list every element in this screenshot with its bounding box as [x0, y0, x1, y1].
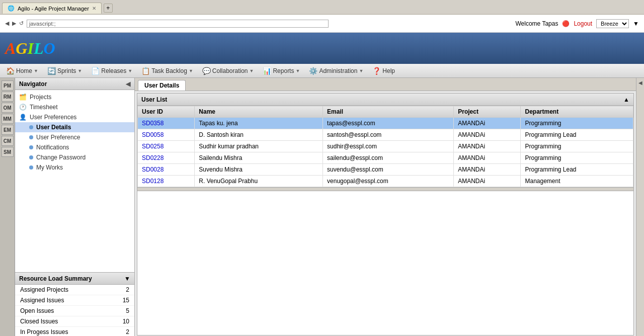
navigator-collapse-button[interactable]: ◀ [126, 80, 130, 88]
bullet-icon [29, 165, 33, 170]
cell-name: Sailendu Mishra [195, 152, 323, 164]
table-row[interactable]: SD0128 R. VenuGopal Prabhu venugopal@ess… [138, 176, 633, 187]
resource-summary: Resource Load Summary ▼ Assigned Project… [15, 272, 134, 336]
in-progress-issues-label: In Progess Issues [20, 328, 68, 335]
logo-l: L [34, 39, 44, 57]
nav-releases-label: Releases [101, 67, 126, 74]
navigator-title: Navigator [19, 80, 47, 88]
administration-icon: ⚙️ [309, 67, 317, 75]
resource-row-closed-issues: Closed Issues 10 [15, 316, 134, 327]
cell-project: AMANDAi [454, 129, 521, 141]
user-list-collapse[interactable]: ▲ [623, 96, 629, 103]
forward-button[interactable]: ▶ [12, 20, 16, 27]
side-label-om[interactable]: OM [2, 103, 14, 113]
cell-name: R. VenuGopal Prabhu [195, 176, 323, 187]
user-prefs-icon: 👤 [19, 114, 27, 121]
side-label-rm[interactable]: RM [2, 92, 14, 102]
nav-administration-label: Administration [319, 67, 357, 74]
top-bar-left: ◀ ▶ ↺ javascript:; [5, 20, 329, 28]
cell-user-id[interactable]: SD0358 [138, 118, 195, 129]
col-project: Project [454, 106, 521, 118]
sidebar-item-timesheet[interactable]: 🕐 Timesheet [15, 102, 134, 112]
projects-icon: 🗂️ [19, 94, 27, 101]
side-label-em[interactable]: EM [2, 125, 14, 135]
nav-help[interactable]: ❓ Help [368, 66, 399, 76]
nav-sprints[interactable]: 🔄 Sprints ▼ [43, 66, 86, 76]
cell-email: venugopal@esspl.com [323, 176, 454, 187]
back-button[interactable]: ◀ [5, 20, 9, 27]
cell-user-id[interactable]: SD0258 [138, 141, 195, 152]
table-row[interactable]: SD0358 Tapas ku. jena tapas@esspl.com AM… [138, 118, 633, 129]
closed-issues-value: 10 [123, 318, 129, 325]
nav-reports[interactable]: 📊 Reports ▼ [259, 66, 304, 76]
task-backlog-icon: 📋 [141, 67, 150, 75]
sidebar-subitem-notifications[interactable]: Notifications [15, 142, 134, 152]
resource-summary-title: Resource Load Summary [19, 275, 92, 282]
address-bar[interactable]: javascript:; [27, 20, 329, 28]
logout-button[interactable]: Logout [574, 20, 592, 27]
in-progress-issues-value: 2 [126, 328, 129, 335]
nav-releases[interactable]: 📄 Releases ▼ [87, 66, 136, 76]
releases-arrow: ▼ [128, 68, 132, 73]
tab-bar: 🌐 Agilo - Agile Project Manager ✕ + [0, 0, 644, 14]
table-row[interactable]: SD0228 Sailendu Mishra sailendu@esspl.co… [138, 152, 633, 164]
sidebar-subitem-user-preference[interactable]: User Preference [15, 132, 134, 142]
reports-arrow: ▼ [295, 68, 300, 73]
nav-administration[interactable]: ⚙️ Administration ▼ [305, 66, 367, 76]
open-issues-label: Open Issues [20, 307, 54, 314]
reload-button[interactable]: ↺ [19, 20, 24, 27]
user-prefs-label: User Preferences [30, 114, 76, 121]
tab-close-button[interactable]: ✕ [92, 6, 96, 11]
resource-row-in-progress-issues: In Progess Issues 2 [15, 327, 134, 336]
cell-email: suvendu@esspl.com [323, 164, 454, 176]
sidebar-subitem-my-works[interactable]: My Works [15, 162, 134, 173]
cell-user-id[interactable]: SD0058 [138, 129, 195, 141]
resource-summary-collapse[interactable]: ▼ [124, 275, 130, 282]
content-body: User List ▲ User ID Name Email Project D… [137, 93, 634, 335]
cell-email: sudhir@esspl.com [323, 141, 454, 152]
timesheet-label: Timesheet [30, 104, 58, 111]
sidebar-subitem-user-details[interactable]: User Details [15, 122, 134, 132]
navigator-header: Navigator ◀ [15, 78, 134, 90]
tab-user-details[interactable]: User Details [138, 80, 186, 91]
new-tab-button[interactable]: + [104, 4, 113, 13]
top-bar: ◀ ▶ ↺ javascript:; Welcome Tapas 🔴 Logou… [0, 15, 644, 33]
welcome-text: Welcome Tapas [515, 20, 558, 27]
nav-task-backlog[interactable]: 📋 Task Backlog ▼ [137, 66, 197, 76]
cell-email: sailendu@esspl.com [323, 152, 454, 164]
sidebar-subitem-change-password[interactable]: Change Password [15, 152, 134, 162]
col-user-id: User ID [138, 106, 195, 118]
open-issues-value: 5 [126, 307, 129, 314]
side-label-pm[interactable]: PM [2, 80, 14, 91]
table-row[interactable]: SD0258 Sudhir kumar pradhan sudhir@esspl… [138, 141, 633, 152]
browser-chrome: 🌐 Agilo - Agile Project Manager ✕ + [0, 0, 644, 15]
cell-user-id[interactable]: SD0228 [138, 152, 195, 164]
side-label-sm[interactable]: SM [2, 147, 14, 157]
cell-user-id[interactable]: SD0128 [138, 176, 195, 187]
nav-collaboration[interactable]: 💬 Collaboration ▼ [198, 66, 258, 76]
sidebar-item-projects[interactable]: 🗂️ Projects [15, 92, 134, 102]
browser-tab[interactable]: 🌐 Agilo - Agile Project Manager ✕ [2, 3, 102, 14]
cell-project: AMANDAi [454, 118, 521, 129]
cell-department: Programming [521, 118, 633, 129]
top-bar-right: Welcome Tapas 🔴 Logout Breeze ▼ [515, 19, 639, 28]
nav-task-backlog-label: Task Backlog [151, 67, 187, 74]
side-label-cm[interactable]: CM [2, 136, 14, 146]
table-row[interactable]: SD0058 D. Santosh kiran santosh@esspl.co… [138, 129, 633, 141]
assigned-projects-value: 2 [126, 286, 129, 293]
user-list-title: User List [141, 96, 167, 103]
collaboration-icon: 💬 [202, 67, 211, 75]
cell-name: Tapas ku. jena [195, 118, 323, 129]
sidebar-item-user-preferences[interactable]: 👤 User Preferences [15, 112, 134, 122]
nav-home[interactable]: 🏠 Home ▼ [2, 66, 42, 76]
cell-user-id[interactable]: SD0028 [138, 164, 195, 176]
side-label-mm[interactable]: MM [2, 114, 14, 124]
reports-icon: 📊 [263, 67, 271, 75]
projects-label: Projects [30, 94, 51, 101]
theme-select[interactable]: Breeze [596, 19, 629, 28]
right-collapse-button[interactable]: ◀ [636, 78, 644, 336]
app-header: AGILO [0, 33, 644, 64]
assigned-issues-value: 15 [123, 297, 129, 304]
table-row[interactable]: SD0028 Suvendu Mishra suvendu@esspl.com … [138, 164, 633, 176]
collaboration-arrow: ▼ [250, 68, 254, 73]
